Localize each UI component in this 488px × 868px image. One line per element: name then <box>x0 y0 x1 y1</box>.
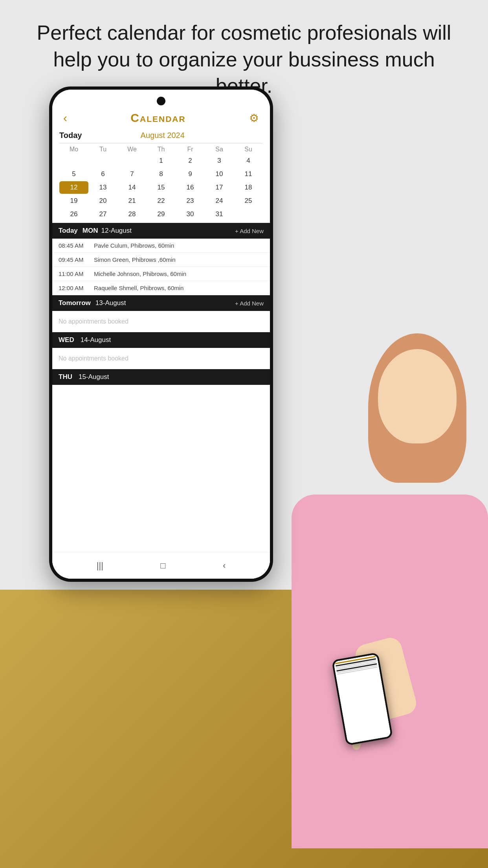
appointment-row[interactable]: 12:00 AM Raquelle Shmell, Phibrows, 60mi… <box>52 281 270 295</box>
add-new-button-tomorrow[interactable]: + Add New <box>235 300 264 307</box>
cal-cell-15[interactable]: 15 <box>147 181 176 194</box>
settings-icon[interactable]: ⚙ <box>249 112 259 125</box>
cal-cell-10[interactable]: 10 <box>205 168 234 180</box>
day-fr: Fr <box>176 146 205 153</box>
no-appointments-14: No appointments booked <box>52 348 270 369</box>
phone-frame: ‹ Calendar ⚙ Today August 2024 Mo Tu We … <box>49 86 273 582</box>
today-button[interactable]: Today <box>59 131 82 140</box>
cal-cell-3[interactable]: 3 <box>205 154 234 167</box>
cal-cell-17[interactable]: 17 <box>205 181 234 194</box>
no-appointments-13: No appointments booked <box>52 311 270 332</box>
cal-cell-2[interactable]: 2 <box>176 154 205 167</box>
cal-cell-31[interactable]: 31 <box>205 208 234 221</box>
cal-cell-8[interactable]: 8 <box>147 168 176 180</box>
schedule-header-thu: THU 15-August <box>52 369 270 385</box>
calendar-day-headers: Mo Tu We Th Fr Sa Su <box>59 143 263 154</box>
appointment-row[interactable]: 09:45 AM Simon Green, Phibrows ,60min <box>52 253 270 267</box>
appt-time: 08:45 AM <box>59 242 94 249</box>
calendar-grid: 1 2 3 4 5 6 7 8 9 10 11 12 13 14 15 <box>59 154 263 221</box>
cal-cell-21[interactable]: 21 <box>117 195 147 207</box>
appt-time: 12:00 AM <box>59 285 94 291</box>
cal-cell-7[interactable]: 7 <box>117 168 147 180</box>
cal-cell-empty <box>59 154 88 167</box>
cal-cell-25[interactable]: 25 <box>234 195 263 207</box>
cal-cell-29[interactable]: 29 <box>147 208 176 221</box>
cal-cell-13[interactable]: 13 <box>88 181 117 194</box>
back-button[interactable]: ‹ <box>63 111 67 125</box>
appointment-row[interactable]: 08:45 AM Pavle Culum, Phibrows, 60min <box>52 239 270 253</box>
appt-details: Pavle Culum, Phibrows, 60min <box>94 242 174 249</box>
day-su: Su <box>234 146 263 153</box>
cal-cell-16[interactable]: 16 <box>176 181 205 194</box>
cal-cell-30[interactable]: 30 <box>176 208 205 221</box>
cal-cell-6[interactable]: 6 <box>88 168 117 180</box>
day-we: We <box>117 146 147 153</box>
cal-cell-23[interactable]: 23 <box>176 195 205 207</box>
sched-tomorrow-label: Tomorrow <box>59 299 91 307</box>
schedule: Today MON 12-August + Add New 08:45 AM P… <box>52 223 270 385</box>
sched-date-12: 12-August <box>101 227 235 235</box>
recent-apps-icon[interactable]: ||| <box>97 561 103 571</box>
back-nav-icon[interactable]: ‹ <box>223 561 226 571</box>
sched-date-15: 15-August <box>79 373 264 381</box>
cal-cell-9[interactable]: 9 <box>176 168 205 180</box>
day-sa: Sa <box>205 146 234 153</box>
calendar-nav: Today August 2024 <box>59 129 263 143</box>
cal-cell-28[interactable]: 28 <box>117 208 147 221</box>
cal-cell-11[interactable]: 11 <box>234 168 263 180</box>
sched-dow-mon: MON <box>83 227 98 235</box>
home-icon[interactable]: □ <box>160 561 165 571</box>
sched-date-14: 14-August <box>81 336 264 344</box>
phone-screen: ‹ Calendar ⚙ Today August 2024 Mo Tu We … <box>52 90 270 579</box>
day-th: Th <box>147 146 176 153</box>
app-header: ‹ Calendar ⚙ <box>52 90 270 129</box>
app-content: ‹ Calendar ⚙ Today August 2024 Mo Tu We … <box>52 90 270 579</box>
day-tu: Tu <box>88 146 117 153</box>
cal-cell-12-today[interactable]: 12 <box>59 181 88 194</box>
month-label: August 2024 <box>141 131 185 140</box>
schedule-header-wed: WED 14-August <box>52 332 270 348</box>
sched-date-13: 13-August <box>95 299 235 307</box>
sched-dow-thu: THU <box>59 373 72 381</box>
schedule-header-today: Today MON 12-August + Add New <box>52 223 270 239</box>
cal-cell-19[interactable]: 19 <box>59 195 88 207</box>
add-new-button-today[interactable]: + Add New <box>235 228 264 234</box>
phone-bottom-bar: ||| □ ‹ <box>52 552 270 579</box>
day-mo: Mo <box>59 146 88 153</box>
sched-dow-wed: WED <box>59 336 74 344</box>
cal-cell-26[interactable]: 26 <box>59 208 88 221</box>
camera-notch <box>157 97 165 105</box>
cal-cell-5[interactable]: 5 <box>59 168 88 180</box>
appt-details: Michelle Johnson, Phibrows, 60min <box>94 270 186 277</box>
appointment-row[interactable]: 11:00 AM Michelle Johnson, Phibrows, 60m… <box>52 267 270 281</box>
cal-cell-empty <box>117 154 147 167</box>
sched-today-label: Today <box>59 227 78 235</box>
calendar-section: Today August 2024 Mo Tu We Th Fr Sa Su <box>52 129 270 221</box>
person-illustration <box>244 318 488 868</box>
cal-cell-22[interactable]: 22 <box>147 195 176 207</box>
cal-cell-27[interactable]: 27 <box>88 208 117 221</box>
appt-details: Raquelle Shmell, Phibrows, 60min <box>94 285 183 291</box>
cal-cell-empty <box>234 208 263 221</box>
cal-cell-24[interactable]: 24 <box>205 195 234 207</box>
person-head <box>378 349 457 443</box>
schedule-header-tomorrow: Tomorrow 13-August + Add New <box>52 295 270 311</box>
cal-cell-4[interactable]: 4 <box>234 154 263 167</box>
cal-cell-14[interactable]: 14 <box>117 181 147 194</box>
cal-cell-20[interactable]: 20 <box>88 195 117 207</box>
page-title: Calendar <box>130 111 185 125</box>
cal-cell-18[interactable]: 18 <box>234 181 263 194</box>
appt-time: 09:45 AM <box>59 256 94 263</box>
appt-time: 11:00 AM <box>59 270 94 277</box>
cal-cell-1[interactable]: 1 <box>147 154 176 167</box>
cal-cell-empty <box>88 154 117 167</box>
appt-details: Simon Green, Phibrows ,60min <box>94 256 176 263</box>
